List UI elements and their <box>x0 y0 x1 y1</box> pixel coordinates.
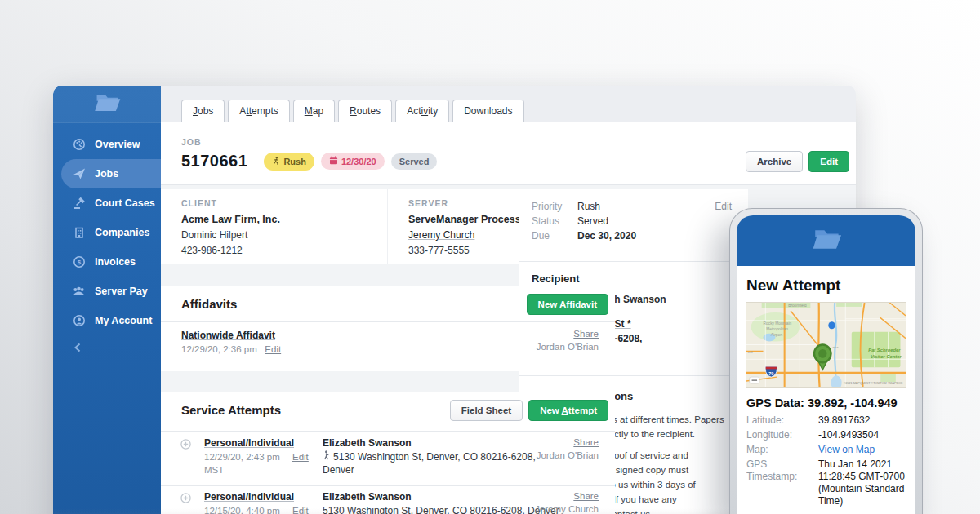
attempt-recipient-name: Elizabeth Swanson <box>323 437 412 449</box>
calendar-icon <box>329 156 338 166</box>
sidebar-item-server-pay[interactable]: Server Pay <box>53 277 161 306</box>
service-attempts-card: Service Attempts Field Sheet New Attempt… <box>161 392 615 514</box>
attempt-edit-link[interactable]: Edit <box>292 452 309 462</box>
priority-value: Rush <box>577 201 600 212</box>
attempt-address: Denver <box>323 464 354 476</box>
affidavit-author: Jordan O'Brian <box>537 342 599 352</box>
gps-data-section: GPS Data: 39.892, -104.949 Latitude: 39.… <box>746 397 906 507</box>
paper-plane-icon <box>72 167 86 181</box>
sidebar-item-jobs[interactable]: Jobs <box>61 159 161 188</box>
map-label: erce <box>832 346 838 349</box>
map-label: Broomfield <box>788 304 807 308</box>
sidebar-item-label: Overview <box>95 139 140 150</box>
map-attribution: ©2021 MAPQUEST ©TOMTOM ©MAPBOX <box>844 382 903 385</box>
gps-timestamp-value: Thu Jan 14 2021 11:28:45 GMT-0700 (Mount… <box>818 459 906 507</box>
expand-plus-icon[interactable] <box>180 492 191 503</box>
map-attribution-toggle <box>750 377 760 383</box>
attempt-edit-link[interactable]: Edit <box>292 506 309 514</box>
sidebar-nav: Overview Jobs Court Cases Companies <box>53 130 161 335</box>
affidavit-share-link[interactable]: Share <box>573 329 599 339</box>
job-label: JOB <box>181 137 202 147</box>
sidebar-item-overview[interactable]: Overview <box>53 130 161 159</box>
tab-downloads[interactable]: Downloads <box>452 100 523 122</box>
affidavits-title: Affidavits <box>181 297 237 311</box>
tab-attempts[interactable]: Attempts <box>228 100 289 122</box>
sidebar-item-label: Court Cases <box>95 197 155 209</box>
attempt-type-link[interactable]: Personal/Individual <box>204 491 294 503</box>
tab-activity[interactable]: Activity <box>395 100 449 122</box>
priority-label: Priority <box>532 201 577 212</box>
affidavit-edit-link[interactable]: Edit <box>265 344 281 354</box>
attempt-date: 12/15/20, 4:40 pm <box>204 506 280 514</box>
client-contact: Dominic Hilpert <box>181 229 387 241</box>
dollar-icon: $ <box>72 255 86 269</box>
sidebar-collapse-button[interactable] <box>73 342 84 355</box>
map-thumbnail[interactable]: 70 Broomfield Rocky Mountain Metropolita… <box>746 302 906 388</box>
app-logo[interactable] <box>53 86 161 123</box>
tab-routes[interactable]: Routes <box>338 100 392 122</box>
details-edit-link[interactable]: Edit <box>715 201 732 212</box>
gavel-icon <box>72 197 86 210</box>
attempt-address: 5130 Washington St, Denver, CO 80216-620… <box>323 505 559 514</box>
new-affidavit-button[interactable]: New Affidavit <box>527 294 608 315</box>
sidebar-item-companies[interactable]: Companies <box>53 218 161 247</box>
affidavits-card: Affidavits New Affidavit Nationwide Affi… <box>161 286 615 371</box>
sidebar-item-my-account[interactable]: My Account <box>53 306 161 335</box>
new-attempt-button[interactable]: New Attempt <box>528 400 608 421</box>
status-badge: Served <box>391 153 438 170</box>
due-label: Due <box>532 230 577 241</box>
svg-text:70: 70 <box>768 370 773 375</box>
phone-mockup: New Attempt <box>729 208 923 514</box>
tab-jobs[interactable]: Jobs <box>181 100 225 122</box>
sidebar-item-label: Invoices <box>95 256 136 268</box>
client-label: CLIENT <box>181 198 387 208</box>
attempt-share-link[interactable]: Share <box>573 491 599 501</box>
recipient-title: Recipient <box>532 273 580 285</box>
attempt-author: Jeremy Church <box>535 504 599 514</box>
walking-person-icon <box>323 450 330 463</box>
user-icon <box>72 314 86 328</box>
sidebar-item-label: Companies <box>95 227 149 238</box>
building-icon <box>72 226 86 240</box>
sidebar-item-invoices[interactable]: $ Invoices <box>53 247 161 277</box>
latitude-value: 39.8917632 <box>818 414 906 427</box>
gps-heading: GPS Data: 39.892, -104.949 <box>746 397 906 410</box>
attempt-author: Jordan O'Brian <box>537 450 599 460</box>
phone-app-header <box>737 215 915 266</box>
sidebar: Overview Jobs Court Cases Companies <box>53 86 161 514</box>
gps-timestamp-label: GPS Timestamp: <box>746 459 818 507</box>
tab-map[interactable]: Map <box>293 100 335 122</box>
sidebar-item-label: Server Pay <box>95 286 148 297</box>
attempt-recipient-name: Elizabeth Swanson <box>323 491 412 503</box>
longitude-value: -104.9493504 <box>818 429 906 441</box>
folder-icon <box>809 227 844 255</box>
chevron-left-icon <box>73 342 82 356</box>
attempt-share-link[interactable]: Share <box>573 437 599 447</box>
field-sheet-button[interactable]: Field Sheet <box>450 400 523 421</box>
dashboard-icon <box>72 138 86 152</box>
client-company-link[interactable]: Acme Law Firm, Inc. <box>181 214 280 225</box>
map-label: Rocky Mountain <box>764 321 792 326</box>
affidavit-date: 12/29/20, 2:36 pm <box>181 344 257 354</box>
attempt-address: 5130 Washington St, Denver, CO 80216-620… <box>333 451 536 463</box>
sidebar-item-court-cases[interactable]: Court Cases <box>53 188 161 218</box>
runner-icon <box>272 156 280 167</box>
affidavit-title-link[interactable]: Nationwide Affidavit <box>181 330 275 341</box>
status-value: Served <box>577 215 608 227</box>
job-header: JOB 5170661 Rush 12/30/20 Served Archive… <box>161 122 856 185</box>
sidebar-item-label: My Account <box>95 315 152 326</box>
view-on-map-link[interactable]: View on Map <box>818 444 875 455</box>
archive-button[interactable]: Archive <box>746 151 803 172</box>
client-phone: 423-986-1212 <box>181 245 387 256</box>
map-label: Map: <box>746 444 818 456</box>
server-contact-link[interactable]: Jeremy Church <box>408 229 474 241</box>
users-icon <box>72 285 86 299</box>
latitude-label: Latitude: <box>746 414 818 427</box>
map-label: Pat Schroeder <box>868 348 901 352</box>
svg-text:$: $ <box>77 259 81 266</box>
attempt-date: 12/29/20, 2:43 pm <box>204 452 280 462</box>
job-number: 5170661 <box>181 152 247 171</box>
edit-button[interactable]: Edit <box>808 151 849 172</box>
attempt-type-link[interactable]: Personal/Individual <box>204 437 294 449</box>
expand-plus-icon[interactable] <box>180 438 191 449</box>
